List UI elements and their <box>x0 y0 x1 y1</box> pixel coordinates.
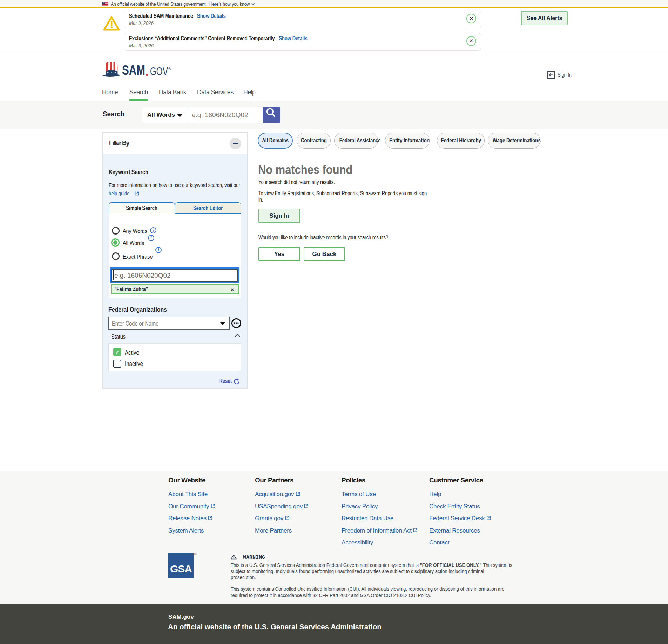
svg-text:®: ® <box>168 67 171 71</box>
svg-text:SAM: SAM <box>122 62 145 77</box>
svg-text:GOV: GOV <box>150 65 168 77</box>
